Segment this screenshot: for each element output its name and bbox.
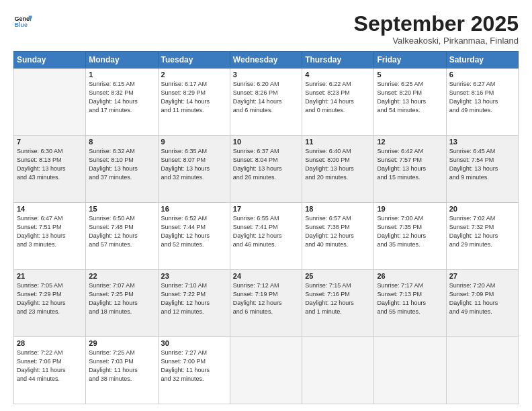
day-number: 29 bbox=[89, 339, 154, 347]
day-number: 20 bbox=[449, 205, 515, 213]
calendar-cell: 6Sunrise: 6:27 AMSunset: 8:16 PMDaylight… bbox=[446, 68, 518, 136]
day-info: Sunrise: 7:05 AMSunset: 7:29 PMDaylight:… bbox=[17, 281, 83, 316]
calendar-cell: 29Sunrise: 7:25 AMSunset: 7:03 PMDayligh… bbox=[86, 337, 158, 404]
calendar-cell: 28Sunrise: 7:22 AMSunset: 7:06 PMDayligh… bbox=[14, 337, 86, 404]
day-number: 28 bbox=[17, 339, 83, 347]
day-number: 21 bbox=[17, 272, 83, 280]
calendar-cell: 19Sunrise: 7:00 AMSunset: 7:35 PMDayligh… bbox=[374, 203, 446, 270]
calendar-cell bbox=[230, 337, 302, 404]
col-header-wednesday: Wednesday bbox=[230, 52, 302, 68]
col-header-friday: Friday bbox=[374, 52, 446, 68]
day-number: 4 bbox=[305, 71, 371, 79]
day-info: Sunrise: 6:27 AMSunset: 8:16 PMDaylight:… bbox=[449, 80, 515, 115]
calendar-cell: 15Sunrise: 6:50 AMSunset: 7:48 PMDayligh… bbox=[86, 203, 158, 270]
calendar-cell bbox=[302, 337, 374, 404]
calendar-cell: 10Sunrise: 6:37 AMSunset: 8:04 PMDayligh… bbox=[230, 136, 302, 203]
calendar-cell: 23Sunrise: 7:10 AMSunset: 7:22 PMDayligh… bbox=[158, 270, 230, 337]
calendar-cell: 12Sunrise: 6:42 AMSunset: 7:57 PMDayligh… bbox=[374, 136, 446, 203]
day-info: Sunrise: 6:20 AMSunset: 8:26 PMDaylight:… bbox=[233, 80, 299, 115]
day-number: 24 bbox=[233, 272, 299, 280]
day-number: 26 bbox=[377, 272, 443, 280]
calendar-cell: 1Sunrise: 6:15 AMSunset: 8:32 PMDaylight… bbox=[86, 68, 158, 136]
day-number: 25 bbox=[305, 272, 371, 280]
day-info: Sunrise: 7:07 AMSunset: 7:25 PMDaylight:… bbox=[89, 281, 154, 316]
day-info: Sunrise: 6:15 AMSunset: 8:32 PMDaylight:… bbox=[89, 80, 154, 115]
day-info: Sunrise: 7:27 AMSunset: 7:00 PMDaylight:… bbox=[161, 349, 227, 383]
calendar-cell: 22Sunrise: 7:07 AMSunset: 7:25 PMDayligh… bbox=[86, 270, 158, 337]
calendar-cell: 20Sunrise: 7:02 AMSunset: 7:32 PMDayligh… bbox=[446, 203, 518, 270]
day-info: Sunrise: 6:30 AMSunset: 8:13 PMDaylight:… bbox=[17, 147, 83, 182]
calendar-cell: 3Sunrise: 6:20 AMSunset: 8:26 PMDaylight… bbox=[230, 68, 302, 136]
day-number: 14 bbox=[17, 205, 83, 213]
calendar-cell bbox=[14, 68, 86, 136]
calendar-cell: 7Sunrise: 6:30 AMSunset: 8:13 PMDaylight… bbox=[14, 136, 86, 203]
title-block: September 2025 Valkeakoski, Pirkanmaa, F… bbox=[354, 12, 519, 46]
day-number: 7 bbox=[17, 138, 83, 146]
calendar-header-row: SundayMondayTuesdayWednesdayThursdayFrid… bbox=[14, 52, 519, 68]
day-number: 11 bbox=[305, 138, 371, 146]
day-info: Sunrise: 6:50 AMSunset: 7:48 PMDaylight:… bbox=[89, 214, 154, 249]
col-header-saturday: Saturday bbox=[446, 52, 518, 68]
day-number: 22 bbox=[89, 272, 154, 280]
calendar-cell: 24Sunrise: 7:12 AMSunset: 7:19 PMDayligh… bbox=[230, 270, 302, 337]
day-number: 1 bbox=[89, 71, 154, 79]
month-title: September 2025 bbox=[354, 12, 519, 36]
calendar-cell: 2Sunrise: 6:17 AMSunset: 8:29 PMDaylight… bbox=[158, 68, 230, 136]
day-number: 17 bbox=[233, 205, 299, 213]
col-header-monday: Monday bbox=[86, 52, 158, 68]
day-info: Sunrise: 6:17 AMSunset: 8:29 PMDaylight:… bbox=[161, 80, 227, 115]
header: General Blue September 2025 Valkeakoski,… bbox=[13, 12, 519, 46]
svg-text:Blue: Blue bbox=[14, 21, 28, 28]
calendar-week-4: 21Sunrise: 7:05 AMSunset: 7:29 PMDayligh… bbox=[14, 270, 519, 337]
day-info: Sunrise: 6:47 AMSunset: 7:51 PMDaylight:… bbox=[17, 214, 83, 249]
col-header-sunday: Sunday bbox=[14, 52, 86, 68]
day-info: Sunrise: 7:25 AMSunset: 7:03 PMDaylight:… bbox=[89, 349, 154, 383]
calendar-cell: 25Sunrise: 7:15 AMSunset: 7:16 PMDayligh… bbox=[302, 270, 374, 337]
day-info: Sunrise: 6:42 AMSunset: 7:57 PMDaylight:… bbox=[377, 147, 443, 182]
day-number: 8 bbox=[89, 138, 154, 146]
day-number: 16 bbox=[161, 205, 227, 213]
day-info: Sunrise: 6:25 AMSunset: 8:20 PMDaylight:… bbox=[377, 80, 443, 115]
calendar-cell: 8Sunrise: 6:32 AMSunset: 8:10 PMDaylight… bbox=[86, 136, 158, 203]
day-number: 23 bbox=[161, 272, 227, 280]
day-number: 2 bbox=[161, 71, 227, 79]
day-info: Sunrise: 6:35 AMSunset: 8:07 PMDaylight:… bbox=[161, 147, 227, 182]
calendar-cell: 27Sunrise: 7:20 AMSunset: 7:09 PMDayligh… bbox=[446, 270, 518, 337]
day-number: 3 bbox=[233, 71, 299, 79]
calendar-cell: 4Sunrise: 6:22 AMSunset: 8:23 PMDaylight… bbox=[302, 68, 374, 136]
day-number: 27 bbox=[449, 272, 515, 280]
calendar-table: SundayMondayTuesdayWednesdayThursdayFrid… bbox=[13, 51, 519, 404]
day-info: Sunrise: 6:45 AMSunset: 7:54 PMDaylight:… bbox=[449, 147, 515, 182]
calendar-week-2: 7Sunrise: 6:30 AMSunset: 8:13 PMDaylight… bbox=[14, 136, 519, 203]
calendar-cell: 26Sunrise: 7:17 AMSunset: 7:13 PMDayligh… bbox=[374, 270, 446, 337]
calendar-cell: 30Sunrise: 7:27 AMSunset: 7:00 PMDayligh… bbox=[158, 337, 230, 404]
logo: General Blue bbox=[13, 12, 32, 31]
calendar-cell bbox=[446, 337, 518, 404]
day-number: 12 bbox=[377, 138, 443, 146]
calendar-cell: 13Sunrise: 6:45 AMSunset: 7:54 PMDayligh… bbox=[446, 136, 518, 203]
day-info: Sunrise: 7:00 AMSunset: 7:35 PMDaylight:… bbox=[377, 214, 443, 249]
day-info: Sunrise: 6:32 AMSunset: 8:10 PMDaylight:… bbox=[89, 147, 154, 182]
day-info: Sunrise: 7:20 AMSunset: 7:09 PMDaylight:… bbox=[449, 281, 515, 316]
location: Valkeakoski, Pirkanmaa, Finland bbox=[354, 36, 519, 46]
calendar-cell: 17Sunrise: 6:55 AMSunset: 7:41 PMDayligh… bbox=[230, 203, 302, 270]
calendar-cell: 9Sunrise: 6:35 AMSunset: 8:07 PMDaylight… bbox=[158, 136, 230, 203]
calendar-cell: 14Sunrise: 6:47 AMSunset: 7:51 PMDayligh… bbox=[14, 203, 86, 270]
col-header-tuesday: Tuesday bbox=[158, 52, 230, 68]
day-info: Sunrise: 6:40 AMSunset: 8:00 PMDaylight:… bbox=[305, 147, 371, 182]
day-info: Sunrise: 7:12 AMSunset: 7:19 PMDaylight:… bbox=[233, 281, 299, 316]
col-header-thursday: Thursday bbox=[302, 52, 374, 68]
calendar-week-1: 1Sunrise: 6:15 AMSunset: 8:32 PMDaylight… bbox=[14, 68, 519, 136]
day-number: 19 bbox=[377, 205, 443, 213]
day-number: 18 bbox=[305, 205, 371, 213]
day-info: Sunrise: 6:22 AMSunset: 8:23 PMDaylight:… bbox=[305, 80, 371, 115]
day-info: Sunrise: 7:17 AMSunset: 7:13 PMDaylight:… bbox=[377, 281, 443, 316]
calendar-week-3: 14Sunrise: 6:47 AMSunset: 7:51 PMDayligh… bbox=[14, 203, 519, 270]
day-number: 13 bbox=[449, 138, 515, 146]
day-number: 15 bbox=[89, 205, 154, 213]
calendar-cell bbox=[374, 337, 446, 404]
calendar-cell: 21Sunrise: 7:05 AMSunset: 7:29 PMDayligh… bbox=[14, 270, 86, 337]
day-info: Sunrise: 7:15 AMSunset: 7:16 PMDaylight:… bbox=[305, 281, 371, 316]
calendar-cell: 18Sunrise: 6:57 AMSunset: 7:38 PMDayligh… bbox=[302, 203, 374, 270]
calendar-week-5: 28Sunrise: 7:22 AMSunset: 7:06 PMDayligh… bbox=[14, 337, 519, 404]
